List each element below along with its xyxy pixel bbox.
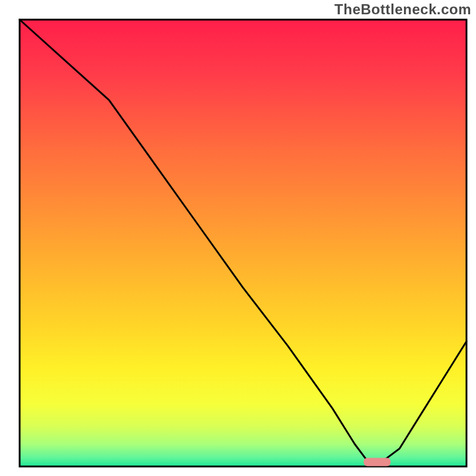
optimum-marker: [364, 458, 390, 466]
bottleneck-chart: [0, 0, 476, 476]
plot-background: [20, 20, 466, 466]
watermark-text: TheBottleneck.com: [334, 1, 471, 18]
chart-container: TheBottleneck.com: [0, 0, 476, 476]
